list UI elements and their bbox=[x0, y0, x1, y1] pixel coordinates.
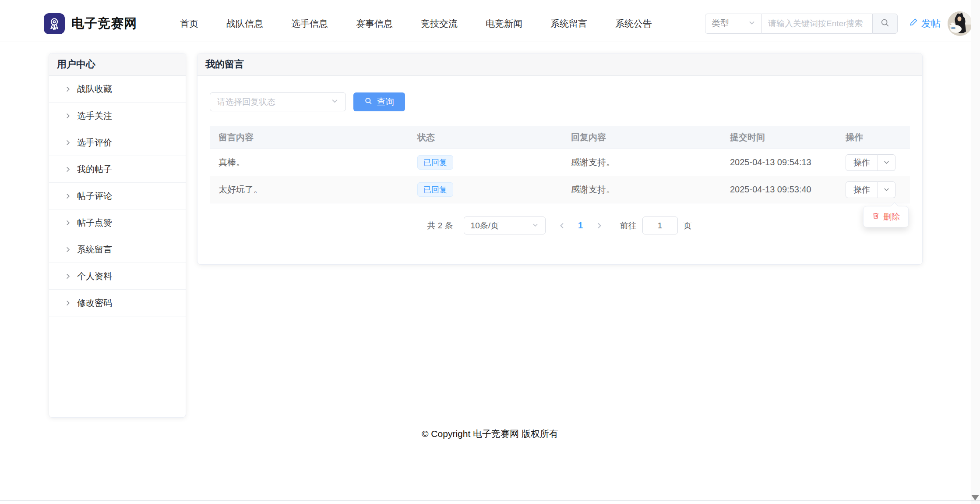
chevron-down-icon[interactable] bbox=[878, 154, 895, 171]
page-size-value: 10条/页 bbox=[471, 220, 499, 231]
table-header-row: 留言内容 状态 回复内容 提交时间 操作 bbox=[210, 126, 909, 149]
chevron-down-icon[interactable] bbox=[878, 181, 895, 198]
action-dropdown-menu: 删除 bbox=[863, 206, 909, 227]
sidebar-title: 用户中心 bbox=[49, 53, 186, 76]
cell-message-content: 太好玩了。 bbox=[210, 176, 409, 203]
user-center-sidebar: 用户中心 战队收藏 选手关注 选手评价 我的帖子 帖子评论 帖子点赞 系统留 bbox=[49, 53, 186, 418]
search-type-select[interactable]: 类型 bbox=[705, 14, 762, 34]
delete-menu-item[interactable]: 删除 bbox=[883, 211, 900, 223]
nav-item-news[interactable]: 电竞新闻 bbox=[486, 18, 522, 30]
chevron-right-icon bbox=[65, 166, 71, 173]
sidebar-item-player-follows[interactable]: 选手关注 bbox=[49, 103, 186, 129]
sidebar-item-label: 帖子点赞 bbox=[77, 217, 112, 229]
table-row: 太好玩了。 已回复 感谢支持。 2025-04-13 09:53:40 操作 bbox=[210, 176, 909, 203]
brand-logo[interactable]: 电子竞赛网 bbox=[44, 13, 137, 34]
chevron-right-icon bbox=[65, 193, 71, 199]
chevron-right-icon bbox=[596, 222, 603, 229]
trash-icon bbox=[872, 212, 880, 222]
scrollbar-down-arrow-icon[interactable] bbox=[971, 495, 979, 500]
panel-title: 我的留言 bbox=[197, 53, 922, 76]
scrollbar-track[interactable] bbox=[971, 0, 980, 504]
status-badge: 已回复 bbox=[417, 182, 453, 197]
reply-status-placeholder: 请选择回复状态 bbox=[217, 96, 275, 108]
chevron-right-icon bbox=[65, 86, 71, 92]
table-row: 真棒。 已回复 感谢支持。 2025-04-13 09:54:13 操作 bbox=[210, 149, 909, 176]
sidebar-item-system-messages[interactable]: 系统留言 bbox=[49, 236, 186, 263]
action-button-label[interactable]: 操作 bbox=[846, 181, 878, 198]
sidebar-menu: 战队收藏 选手关注 选手评价 我的帖子 帖子评论 帖子点赞 系统留言 个人资料 bbox=[49, 76, 186, 316]
col-header-reply: 回复内容 bbox=[562, 126, 721, 149]
search-type-value: 类型 bbox=[712, 18, 729, 29]
nav-item-forum[interactable]: 竞技交流 bbox=[421, 18, 458, 30]
search-icon bbox=[364, 97, 373, 107]
sidebar-item-label: 选手关注 bbox=[77, 110, 112, 122]
chevron-right-icon bbox=[65, 246, 71, 253]
row-action-dropdown-button[interactable]: 操作 bbox=[846, 181, 895, 198]
sidebar-item-my-posts[interactable]: 我的帖子 bbox=[49, 156, 186, 183]
chevron-right-icon bbox=[65, 113, 71, 119]
nav-item-players[interactable]: 选手信息 bbox=[291, 18, 328, 30]
action-button-label[interactable]: 操作 bbox=[846, 154, 878, 171]
filter-row: 请选择回复状态 查询 bbox=[210, 92, 909, 111]
page-number-current[interactable]: 1 bbox=[572, 217, 589, 234]
chevron-left-icon bbox=[558, 222, 565, 229]
cell-message-content: 真棒。 bbox=[210, 149, 409, 176]
prev-page-button[interactable] bbox=[552, 217, 572, 234]
sidebar-item-label: 个人资料 bbox=[77, 270, 112, 282]
sidebar-item-post-likes[interactable]: 帖子点赞 bbox=[49, 209, 186, 236]
panel-title-text: 我的留言 bbox=[205, 58, 244, 71]
top-navbar: 电子竞赛网 首页 战队信息 选手信息 赛事信息 竞技交流 电竞新闻 系统留言 系… bbox=[0, 5, 980, 42]
goto-label: 前往 bbox=[620, 220, 637, 231]
sidebar-title-text: 用户中心 bbox=[57, 58, 95, 71]
col-header-status: 状态 bbox=[409, 126, 562, 149]
reply-status-select[interactable]: 请选择回复状态 bbox=[210, 92, 346, 111]
sidebar-item-post-comments[interactable]: 帖子评论 bbox=[49, 183, 186, 209]
user-avatar[interactable] bbox=[948, 11, 972, 36]
col-header-content: 留言内容 bbox=[210, 126, 409, 149]
col-header-actions: 操作 bbox=[837, 126, 910, 149]
nav-item-messages[interactable]: 系统留言 bbox=[550, 18, 587, 30]
goto-page-input[interactable] bbox=[642, 217, 678, 234]
pagination: 共 2 条 10条/页 1 前往 页 bbox=[210, 217, 909, 234]
sidebar-item-team-favorites[interactable]: 战队收藏 bbox=[49, 76, 186, 103]
chevron-down-icon bbox=[748, 18, 755, 28]
chevron-right-icon bbox=[65, 273, 71, 280]
navbar-right: 类型 发帖 bbox=[705, 11, 972, 36]
chevron-down-icon bbox=[331, 97, 338, 107]
chevron-right-icon bbox=[65, 300, 71, 306]
sidebar-item-label: 帖子评论 bbox=[77, 190, 112, 202]
pagination-goto: 前往 页 bbox=[620, 217, 692, 234]
col-header-time: 提交时间 bbox=[721, 126, 837, 149]
footer-copyright: © Copyright 电子竞赛网 版权所有 bbox=[0, 428, 980, 440]
nav-item-teams[interactable]: 战队信息 bbox=[226, 18, 263, 30]
panel-body: 请选择回复状态 查询 留言内容 状态 回复内容 提交时间 操作 bbox=[197, 76, 922, 234]
sidebar-item-label: 选手评价 bbox=[77, 137, 112, 149]
pagination-total: 共 2 条 bbox=[427, 220, 453, 231]
chevron-right-icon bbox=[65, 220, 71, 226]
row-action-dropdown-button[interactable]: 操作 bbox=[846, 154, 895, 171]
cell-reply-content: 感谢支持。 bbox=[562, 176, 721, 203]
sidebar-item-change-password[interactable]: 修改密码 bbox=[49, 290, 186, 316]
sidebar-item-player-reviews[interactable]: 选手评价 bbox=[49, 129, 186, 156]
sidebar-item-label: 我的帖子 bbox=[77, 163, 112, 175]
nav-item-events[interactable]: 赛事信息 bbox=[356, 18, 393, 30]
sidebar-item-label: 战队收藏 bbox=[77, 83, 112, 95]
chevron-right-icon bbox=[65, 139, 71, 146]
cell-submit-time: 2025-04-13 09:53:40 bbox=[721, 176, 837, 203]
nav-item-home[interactable]: 首页 bbox=[180, 18, 198, 30]
query-button-label: 查询 bbox=[377, 96, 394, 108]
page-size-select[interactable]: 10条/页 bbox=[464, 217, 546, 234]
query-button[interactable]: 查询 bbox=[353, 92, 405, 111]
status-badge: 已回复 bbox=[417, 155, 453, 170]
create-post-link[interactable]: 发帖 bbox=[909, 17, 941, 30]
search-input[interactable] bbox=[762, 14, 872, 34]
medal-logo-icon bbox=[44, 13, 65, 34]
cell-submit-time: 2025-04-13 09:54:13 bbox=[721, 149, 837, 176]
sidebar-item-profile[interactable]: 个人资料 bbox=[49, 263, 186, 290]
avatar-image bbox=[948, 11, 972, 36]
next-page-button[interactable] bbox=[589, 217, 610, 234]
nav-item-announcements[interactable]: 系统公告 bbox=[615, 18, 652, 30]
chevron-down-icon bbox=[532, 221, 539, 231]
global-search: 类型 bbox=[705, 14, 898, 34]
search-button[interactable] bbox=[872, 14, 898, 34]
